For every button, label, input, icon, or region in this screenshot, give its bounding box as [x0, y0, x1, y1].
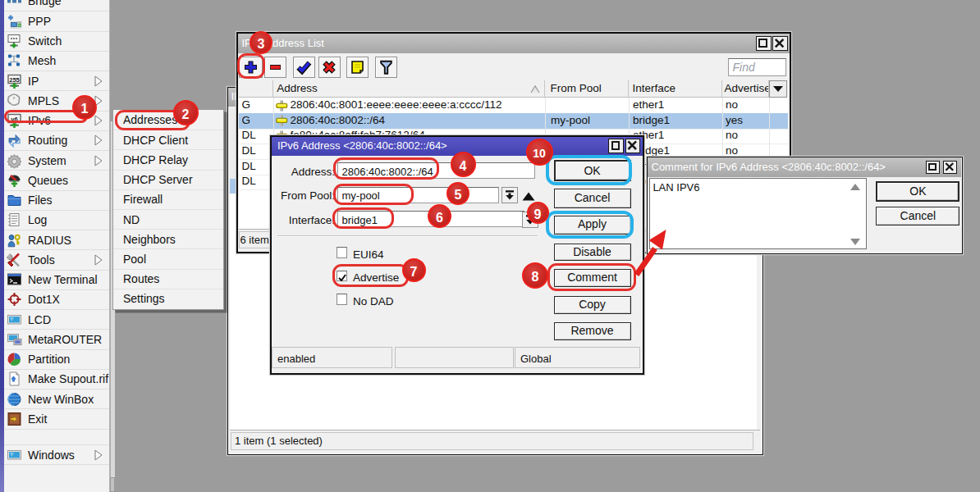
svg-text:255: 255 — [9, 75, 20, 83]
